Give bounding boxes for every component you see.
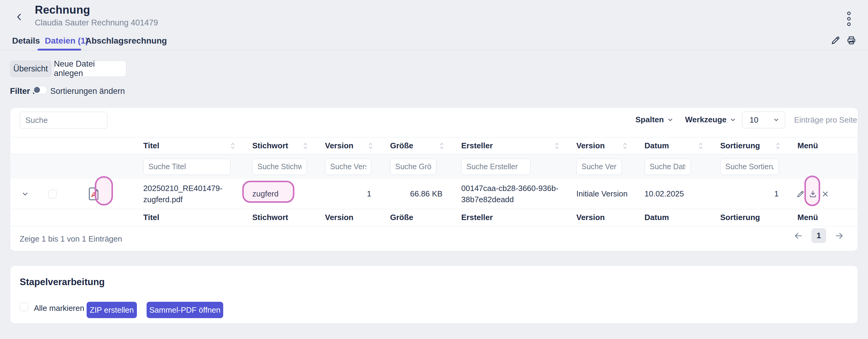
batch-card: Stapelverarbeitung Alle markieren ZIP er… xyxy=(10,266,858,324)
print-icon[interactable] xyxy=(846,35,857,45)
footer-header-sortierung: Sortierung xyxy=(720,213,760,222)
row-expand-icon[interactable] xyxy=(10,179,40,209)
table-row: 20250210_RE401479-zugferd.pdf zugferd 1 … xyxy=(10,179,858,209)
filter-version-input[interactable] xyxy=(325,159,371,175)
sort-icon[interactable] xyxy=(231,142,235,149)
footer-header-version: Version xyxy=(325,213,353,222)
columns-dropdown[interactable]: Spalten xyxy=(636,115,674,125)
toggle-knob xyxy=(34,87,40,93)
filter-version2-input[interactable] xyxy=(576,159,622,175)
row-version: 1 xyxy=(315,179,380,209)
row-creator: 00147caa-cb28-3660-936b-38b7e82deadd xyxy=(452,179,567,209)
tab-abschlagsrechnung[interactable]: Abschlagsrechnung xyxy=(85,36,167,46)
page-title: Rechnung xyxy=(35,4,90,16)
tab-details[interactable]: Details xyxy=(12,36,40,46)
row-delete-icon[interactable] xyxy=(821,190,830,198)
tabs-divider xyxy=(0,50,868,50)
column-header-titel[interactable]: Titel xyxy=(143,141,159,150)
row-size: 66.86 KB xyxy=(380,179,452,209)
entries-summary: Zeige 1 bis 1 von 1 Einträgen xyxy=(20,234,122,244)
footer-header-datum: Datum xyxy=(645,213,669,222)
column-header-version[interactable]: Version xyxy=(325,141,353,150)
zip-button[interactable]: ZIP erstellen xyxy=(87,302,137,318)
overview-button[interactable]: Übersicht xyxy=(10,61,51,77)
sort-icon[interactable] xyxy=(304,142,307,149)
page-number-button[interactable]: 1 xyxy=(811,228,826,243)
sort-icon[interactable] xyxy=(776,142,780,149)
sort-icon[interactable] xyxy=(699,142,703,149)
active-tab-underline xyxy=(37,49,81,50)
row-checkbox[interactable] xyxy=(48,190,57,198)
files-table-card: Spalten Werkzeuge 10 Einträge pro Seite … xyxy=(10,107,858,251)
row-date: 10.02.2025 xyxy=(635,179,711,209)
footer-header-groesse: Größe xyxy=(390,213,413,222)
chevron-down-icon xyxy=(667,116,674,123)
row-keyword: zugferd xyxy=(243,179,315,209)
column-header-version2[interactable]: Version xyxy=(576,141,605,150)
columns-dropdown-label: Spalten xyxy=(636,115,664,125)
pagination: 1 xyxy=(793,228,844,243)
row-title[interactable]: 20250210_RE401479-zugferd.pdf xyxy=(133,179,243,209)
tools-dropdown-label: Werkzeuge xyxy=(685,115,726,125)
filter-label: Filter : xyxy=(10,87,35,96)
sort-icon[interactable] xyxy=(623,142,627,149)
next-page-icon[interactable] xyxy=(834,231,844,241)
footer-header-menu: Menü xyxy=(798,213,818,222)
column-header-datum[interactable]: Datum xyxy=(645,141,669,150)
sort-toggle-label: Sortierungen ändern xyxy=(50,87,125,96)
row-download-icon[interactable] xyxy=(808,190,817,199)
page-size-select[interactable]: 10 xyxy=(742,111,785,128)
column-header-sortierung[interactable]: Sortierung xyxy=(720,141,760,150)
select-all-checkbox[interactable] xyxy=(20,303,28,311)
sort-icon[interactable] xyxy=(369,142,373,149)
page-size-value: 10 xyxy=(750,115,758,125)
table-footer-header-row: Titel Stichwort Version Größe Ersteller … xyxy=(10,209,858,226)
chevron-down-icon xyxy=(773,116,780,123)
table-header-row: Titel Stichwort Version Größe Ersteller … xyxy=(10,137,858,155)
filter-sortierung-input[interactable] xyxy=(720,159,779,175)
column-header-ersteller[interactable]: Ersteller xyxy=(461,141,493,150)
column-header-stichwort[interactable]: Stichwort xyxy=(252,141,288,150)
sort-icon[interactable] xyxy=(440,142,444,149)
filter-ersteller-input[interactable] xyxy=(461,159,531,175)
prev-page-icon[interactable] xyxy=(793,231,804,241)
footer-header-version2: Version xyxy=(576,213,605,222)
chevron-down-icon xyxy=(730,116,736,123)
search-input[interactable] xyxy=(20,112,107,129)
page-size-label: Einträge pro Seite xyxy=(794,115,857,125)
row-edit-icon[interactable] xyxy=(796,190,805,198)
new-file-button[interactable]: Neue Datei anlegen xyxy=(54,61,126,77)
filter-groesse-input[interactable] xyxy=(390,159,436,175)
column-header-menu: Menü xyxy=(798,141,818,150)
filter-titel-input[interactable] xyxy=(143,159,230,175)
filter-datum-input[interactable] xyxy=(645,159,691,175)
back-icon[interactable] xyxy=(14,12,24,22)
select-all-label: Alle markieren xyxy=(34,304,84,313)
table-filter-row xyxy=(10,155,858,179)
row-version-label: Initiale Version xyxy=(567,179,635,209)
kebab-menu-icon[interactable] xyxy=(845,10,852,29)
tools-dropdown[interactable]: Werkzeuge xyxy=(685,115,736,125)
filter-stichwort-input[interactable] xyxy=(252,159,307,175)
page-subtitle: Claudia Sauter Rechnung 401479 xyxy=(35,18,158,28)
collective-pdf-button[interactable]: Sammel-PDF öffnen xyxy=(147,302,223,318)
tab-dateien[interactable]: Dateien (1) xyxy=(45,36,88,46)
batch-title: Stapelverarbeitung xyxy=(20,277,105,287)
pdf-file-icon[interactable] xyxy=(88,187,100,201)
sort-toggle[interactable] xyxy=(33,86,47,94)
footer-header-ersteller: Ersteller xyxy=(461,213,493,222)
column-header-groesse[interactable]: Größe xyxy=(390,141,413,150)
footer-header-stichwort: Stichwort xyxy=(252,213,288,222)
row-sort: 1 xyxy=(711,179,788,209)
edit-icon[interactable] xyxy=(831,35,841,45)
sort-icon[interactable] xyxy=(555,142,559,149)
footer-header-titel: Titel xyxy=(143,213,159,222)
